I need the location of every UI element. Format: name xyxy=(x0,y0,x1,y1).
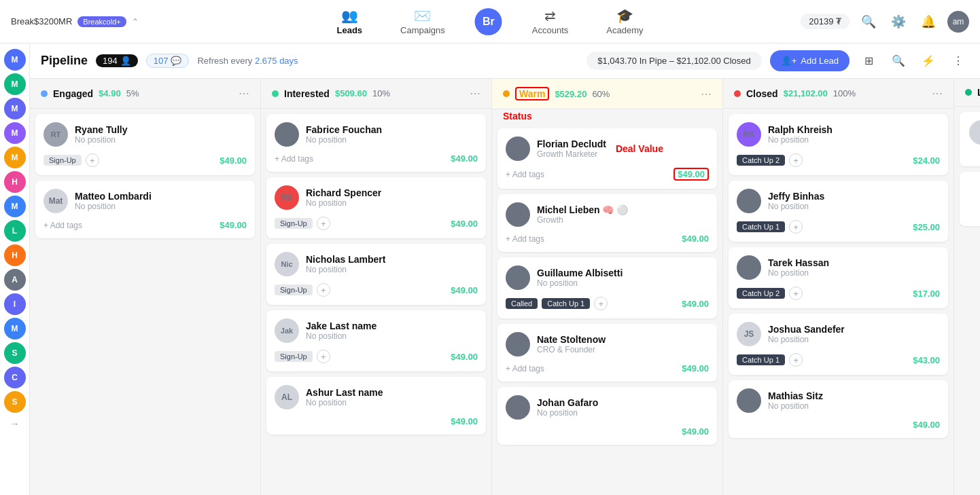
card-add-tag[interactable]: + xyxy=(317,217,330,230)
card-bottom: + Add tags $49.00 xyxy=(506,168,709,181)
card-ashur-last-name[interactable]: AL Ashur Last name No position $49.00 xyxy=(266,377,486,435)
sidebar-item-9[interactable]: A xyxy=(4,269,26,291)
sidebar-item-5[interactable]: H xyxy=(4,171,26,193)
column-name-closed: Closed xyxy=(746,88,778,99)
settings-button[interactable]: ⚙️ xyxy=(888,11,909,33)
column-more-interested[interactable]: ⋯ xyxy=(470,87,480,100)
card-price: $49.00 xyxy=(451,352,478,362)
card-tag[interactable]: Sign-Up xyxy=(275,285,313,295)
sidebar-item-13[interactable]: C xyxy=(4,367,26,388)
card-matteo-lombardi[interactable]: Mat Matteo Lombardi No position + Add ta… xyxy=(35,181,255,238)
card-jake-last-name[interactable]: Jak Jake Last name No position Sign-Up +… xyxy=(266,310,486,371)
lead-count-icon: 👤 xyxy=(120,56,131,66)
card-ralph-khreish[interactable]: RK Ralph Khreish No position Catch Up 2 … xyxy=(729,114,948,175)
sidebar-item-10[interactable]: I xyxy=(4,293,26,315)
card-tag[interactable]: Sign-Up xyxy=(275,218,313,229)
card-add-tag[interactable]: + xyxy=(789,220,803,234)
card-add-tag[interactable]: + xyxy=(789,153,803,167)
card-tag[interactable]: Sign-Up xyxy=(43,155,82,166)
column-lost: Los… xyxy=(954,79,980,495)
card-lost-partial[interactable] xyxy=(960,112,980,166)
nav-brand: Break$3200MR Breakcold+ ⌃ xyxy=(11,16,139,27)
pipeline-more-button[interactable]: ⋮ xyxy=(947,50,969,72)
card-info: Nate Stoltenow CRO & Founder xyxy=(537,334,606,354)
column-more-engaged[interactable]: ⋯ xyxy=(239,87,249,100)
sidebar-item-3[interactable]: M xyxy=(4,122,26,144)
sidebar-item-14[interactable]: S xyxy=(4,391,26,413)
nav-badge[interactable]: Breakcold+ xyxy=(77,16,126,27)
pipeline-stats: $1,043.70 In Pipe – $21,102.00 Closed xyxy=(587,52,762,70)
card-top: JS Joshua Sandefer No position xyxy=(737,322,940,346)
add-tags-button[interactable]: + Add tags xyxy=(43,221,82,230)
card-johan-gafaro[interactable]: JG Johan Gafaro No position $49.00 xyxy=(497,387,717,445)
column-amount-closed: $21,102.00 xyxy=(784,88,828,98)
card-tag-called[interactable]: Called xyxy=(506,298,538,309)
sidebar-item-8[interactable]: H xyxy=(4,244,26,266)
card-florian-decludt[interactable]: FD Florian Decludt Growth Marketer Deal … xyxy=(497,128,717,189)
card-tag[interactable]: Catch Up 2 xyxy=(737,155,785,166)
card-add-tag[interactable]: + xyxy=(789,287,803,300)
add-tags-button[interactable]: + Add tags xyxy=(506,170,544,179)
card-jeffy-binhas[interactable]: JB Jeffy Binhas No position Catch Up 1 +… xyxy=(729,181,948,242)
pipeline-filter-button[interactable]: ⚡ xyxy=(917,50,939,72)
column-more-warm[interactable]: ⋯ xyxy=(701,88,712,100)
card-nate-stoltenow[interactable]: NS Nate Stoltenow CRO & Founder + Add ta… xyxy=(497,324,717,382)
card-tag[interactable]: Sign-Up xyxy=(275,351,313,362)
sidebar-item-1[interactable]: M xyxy=(4,73,26,95)
card-tag[interactable]: Catch Up 1 xyxy=(737,354,785,365)
card-add-tag[interactable]: + xyxy=(317,350,330,363)
sidebar-item-11[interactable]: M xyxy=(4,318,26,340)
card-fabrice-fouchan[interactable]: FF Fabrice Fouchan No position + Add tag… xyxy=(266,114,486,172)
card-mathias-sitz[interactable]: MS Mathias Sitz No position $49.00 xyxy=(729,380,948,438)
sidebar-item-7[interactable]: L xyxy=(4,220,26,242)
column-more-closed[interactable]: ⋯ xyxy=(932,87,943,100)
search-button[interactable]: 🔍 xyxy=(858,11,879,33)
card-lost-partial-2[interactable] xyxy=(960,172,980,226)
card-bottom: Called Catch Up 1 + $49.00 xyxy=(506,297,709,310)
card-guillaume-albisetti[interactable]: GA Guillaume Albisetti No position Calle… xyxy=(497,257,717,318)
card-info: Jake Last name No position xyxy=(306,320,377,341)
card-nicholas-lambert[interactable]: Nic Nicholas Lambert No position Sign-Up… xyxy=(266,244,486,305)
avatar: NS xyxy=(506,332,530,356)
add-tags-button[interactable]: + Add tags xyxy=(275,154,313,164)
pipeline-search-button[interactable]: 🔍 xyxy=(888,50,909,72)
sidebar-item-6[interactable]: M xyxy=(4,196,26,217)
add-lead-button[interactable]: 👤+ Add Lead xyxy=(770,50,850,71)
avatar xyxy=(969,120,980,145)
notifications-button[interactable]: 🔔 xyxy=(917,11,939,33)
card-tag[interactable]: Catch Up 1 xyxy=(737,221,785,232)
sidebar-expand-arrow[interactable]: → xyxy=(10,418,20,429)
card-joshua-sandefer[interactable]: JS Joshua Sandefer No position Catch Up … xyxy=(729,314,948,375)
add-tags-button[interactable]: + Add tags xyxy=(506,364,544,373)
card-tarek-hassan[interactable]: TH Tarek Hassan No position Catch Up 2 +… xyxy=(729,247,948,308)
main-layout: M M M M M H M L H A I M S C S → Pipeline… xyxy=(0,43,980,495)
sidebar-item-2[interactable]: M xyxy=(4,98,26,120)
card-name: Joshua Sandefer xyxy=(768,324,845,335)
refresh-link[interactable]: 2.675 days xyxy=(255,56,298,66)
card-tag-catchup[interactable]: Catch Up 1 xyxy=(542,298,590,309)
card-top: AL Ashur Last name No position xyxy=(275,385,478,409)
nav-logo[interactable]: Br xyxy=(475,8,502,35)
nav-accounts[interactable]: ⇄ Accounts xyxy=(524,5,576,38)
card-add-tag[interactable]: + xyxy=(317,283,330,297)
card-add-tag[interactable]: + xyxy=(594,297,608,310)
view-toggle-button[interactable]: ⊞ xyxy=(858,50,879,72)
nav-leads[interactable]: 👥 Leads xyxy=(328,5,370,38)
card-ryane-tully[interactable]: RT Ryane Tully No position Sign-Up + $49… xyxy=(35,114,255,175)
active-count-value: 107 xyxy=(154,56,169,66)
card-info: Mathias Sitz No position xyxy=(768,390,823,411)
sidebar-item-12[interactable]: S xyxy=(4,342,26,364)
card-tag[interactable]: Catch Up 2 xyxy=(737,288,785,299)
sidebar-item-0[interactable]: M xyxy=(4,49,26,71)
card-michel-lieben[interactable]: ML Michel Lieben 🧠 ⚪ Growth + Add tags $… xyxy=(497,194,717,252)
user-avatar[interactable]: am xyxy=(947,11,969,33)
card-richard-spencer[interactable]: RS Richard Spencer No position Sign-Up +… xyxy=(266,177,486,238)
add-tags-button[interactable]: + Add tags xyxy=(506,234,544,244)
leads-icon: 👥 xyxy=(341,7,358,24)
nav-campaigns[interactable]: ✉️ Campaigns xyxy=(392,5,453,38)
card-add-tag[interactable]: + xyxy=(789,353,803,367)
sidebar-item-4[interactable]: M xyxy=(4,147,26,168)
card-add-tag[interactable]: + xyxy=(86,153,99,167)
nav-chevron-icon[interactable]: ⌃ xyxy=(132,17,139,26)
nav-academy[interactable]: 🎓 Academy xyxy=(598,5,651,38)
